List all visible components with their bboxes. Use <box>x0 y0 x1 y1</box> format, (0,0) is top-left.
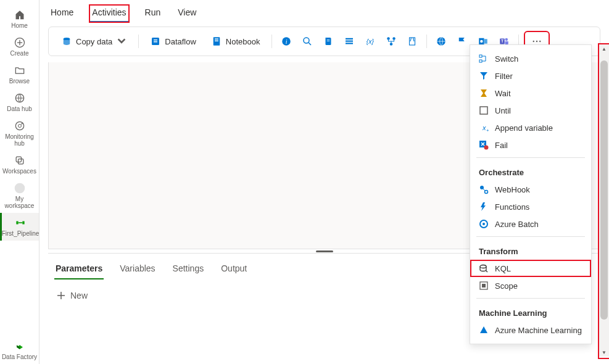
tab-parameters[interactable]: Parameters <box>54 261 104 279</box>
svg-rect-36 <box>479 60 482 62</box>
new-label: New <box>70 291 88 300</box>
svg-text:+: + <box>486 128 489 133</box>
dropdown-separator <box>476 298 585 299</box>
dd-item-switch[interactable]: Switch <box>470 50 591 67</box>
tab-home[interactable]: Home <box>49 5 75 22</box>
sidebar-label: Data hub <box>7 105 32 112</box>
globe-data-icon <box>14 92 26 104</box>
pipeline-icon <box>14 217 27 229</box>
dd-item-azure-batch[interactable]: Azure Batch <box>470 215 591 233</box>
svg-point-16 <box>304 38 309 43</box>
svg-point-9 <box>64 38 70 41</box>
scrollbar-thumb[interactable] <box>600 60 608 320</box>
dd-item-until[interactable]: Until <box>470 102 591 119</box>
dd-item-filter[interactable]: Filter <box>470 67 591 85</box>
svg-rect-24 <box>409 38 415 45</box>
svg-rect-18 <box>346 41 353 42</box>
info-button[interactable]: i <box>278 33 294 49</box>
svg-rect-27 <box>484 39 487 44</box>
monitor-icon <box>14 120 26 132</box>
svg-rect-13 <box>215 41 218 42</box>
chevron-down-icon <box>116 36 127 47</box>
dd-item-kql[interactable]: KQL <box>470 260 591 277</box>
toolbar-separator <box>138 35 139 48</box>
sidebar-item-workspaces[interactable]: Workspaces <box>0 151 39 178</box>
variable-icon: {x} <box>365 36 376 47</box>
sidebar-label: My workspace <box>0 196 39 209</box>
svg-point-32 <box>532 41 534 42</box>
sidebar-label: Monitoring hub <box>0 133 39 147</box>
dd-item-webhook[interactable]: WebHook <box>470 181 591 198</box>
stored-proc-button[interactable] <box>341 33 357 49</box>
svg-point-22 <box>392 37 396 40</box>
until-icon <box>479 105 489 115</box>
svg-point-3 <box>18 125 21 128</box>
sidebar-item-browse[interactable]: Browse <box>0 60 39 88</box>
copy-data-button[interactable]: Copy data <box>56 33 132 49</box>
script-button[interactable] <box>320 33 336 49</box>
tab-run[interactable]: Run <box>144 5 162 22</box>
dd-item-azure-ml[interactable]: Azure Machine Learning <box>470 321 591 339</box>
vertical-scrollbar[interactable]: ▲ ▼ <box>599 44 609 357</box>
switch-icon <box>479 54 489 64</box>
datafactory-icon <box>14 340 26 352</box>
sidebar-item-datahub[interactable]: Data hub <box>0 88 39 116</box>
svg-point-45 <box>483 223 485 225</box>
svg-text:{x}: {x} <box>366 38 374 45</box>
variable-button[interactable]: {x} <box>362 33 378 49</box>
dataflow-button[interactable]: Dataflow <box>145 33 201 49</box>
home-icon <box>14 9 26 21</box>
tab-settings[interactable]: Settings <box>172 261 205 279</box>
flow-icon <box>386 36 397 47</box>
delete-icon <box>407 36 418 47</box>
notebook-button[interactable]: Notebook <box>206 33 265 49</box>
dd-item-append-variable[interactable]: x+Append variable <box>470 119 591 136</box>
dd-section-transform: Transform <box>470 241 591 260</box>
dropdown-separator <box>476 236 585 237</box>
kql-icon <box>479 263 489 273</box>
new-parameter-button[interactable]: New <box>57 291 88 300</box>
web-button[interactable] <box>433 33 449 49</box>
sidebar-item-home[interactable]: Home <box>0 5 39 33</box>
webhook-icon <box>479 184 489 194</box>
pipeline-activity-button[interactable] <box>383 33 399 49</box>
svg-text:i: i <box>285 38 287 45</box>
filter-icon <box>479 71 489 81</box>
dd-item-wait[interactable]: Wait <box>470 85 591 102</box>
copy-data-label: Copy data <box>76 37 112 46</box>
sidebar-item-create[interactable]: Create <box>0 33 39 60</box>
dd-item-scope[interactable]: Scope <box>470 277 591 294</box>
sidebar-label: Create <box>10 50 28 57</box>
toolbar-separator <box>271 35 272 48</box>
scope-icon <box>479 281 489 291</box>
sidebar-item-firstpipeline[interactable]: First_Pipeline <box>0 213 39 241</box>
svg-point-46 <box>480 265 486 268</box>
lookup-button[interactable] <box>299 33 315 49</box>
notebook-label: Notebook <box>226 37 260 46</box>
sidebar-item-datafactory[interactable]: Data Factory <box>0 336 39 364</box>
delete-activity-button[interactable] <box>404 33 420 49</box>
scrollbar-up-button[interactable]: ▲ <box>599 44 609 53</box>
functions-icon <box>479 202 489 212</box>
svg-point-43 <box>485 191 488 194</box>
tab-variables[interactable]: Variables <box>118 261 156 279</box>
copy-data-icon <box>61 36 72 47</box>
scrollbar-down-button[interactable]: ▼ <box>599 348 609 357</box>
svg-point-6 <box>14 183 25 194</box>
tab-output[interactable]: Output <box>220 261 248 279</box>
sidebar-item-myworkspace[interactable]: My workspace <box>0 178 39 213</box>
sidebar-item-monitoring[interactable]: Monitoring hub <box>0 116 39 151</box>
svg-point-34 <box>539 41 541 42</box>
ribbon-tabs: Home Activities Run View <box>39 0 609 23</box>
dd-item-functions[interactable]: Functions <box>470 198 591 215</box>
fail-icon <box>479 140 489 150</box>
flag-icon <box>457 36 468 47</box>
flag-button[interactable] <box>454 33 470 49</box>
dd-item-fail[interactable]: Fail <box>470 136 591 154</box>
azure-ml-icon <box>479 325 489 335</box>
sidebar-label: Workspaces <box>2 168 36 175</box>
tab-activities[interactable]: Activities <box>89 5 128 22</box>
svg-point-21 <box>387 37 390 40</box>
tab-view[interactable]: View <box>176 5 197 22</box>
activities-dropdown: Switch Filter Wait Until x+Append variab… <box>470 44 592 344</box>
